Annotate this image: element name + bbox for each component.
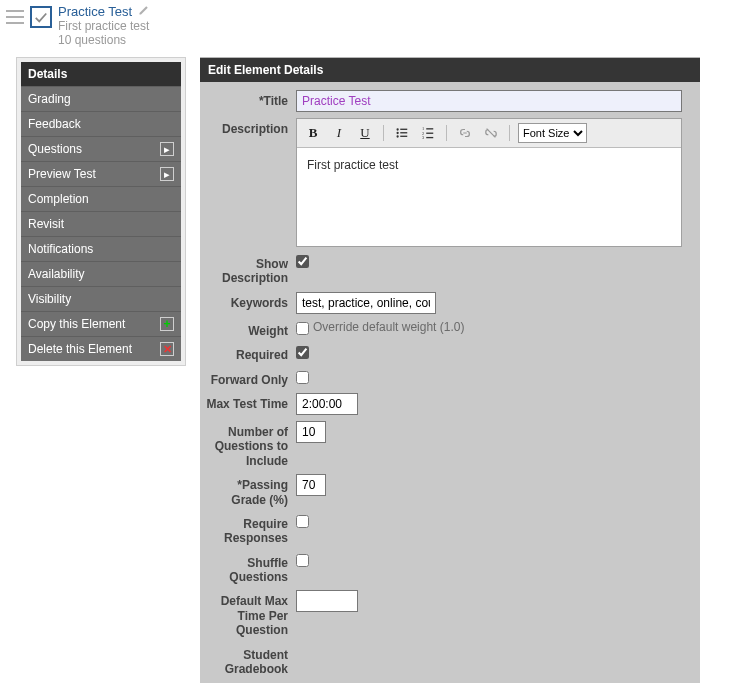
unordered-list-icon[interactable]	[392, 124, 412, 142]
sidebar-item-notifications[interactable]: Notifications	[21, 237, 181, 262]
svg-rect-1	[400, 129, 407, 130]
sidebar-item-delete-element[interactable]: Delete this Element ✕	[21, 337, 181, 361]
x-icon[interactable]: ✕	[160, 342, 174, 356]
svg-rect-11	[426, 137, 433, 138]
svg-point-0	[396, 128, 398, 130]
link-icon[interactable]	[455, 124, 475, 142]
svg-rect-9	[426, 133, 433, 134]
panel-header: Edit Element Details	[200, 58, 700, 82]
sidebar-item-grading[interactable]: Grading	[21, 87, 181, 112]
svg-point-4	[396, 135, 398, 137]
label-shuffle-questions: Shuffle Questions	[200, 552, 296, 585]
label-required: Required	[200, 344, 296, 362]
sidebar: Details Grading Feedback Questions ▸ Pre…	[16, 57, 186, 366]
expand-icon[interactable]: ▸	[160, 167, 174, 181]
question-count: 10 questions	[58, 33, 150, 47]
sidebar-item-label: Grading	[28, 92, 71, 106]
underline-icon[interactable]: U	[355, 124, 375, 142]
svg-point-2	[396, 132, 398, 134]
sidebar-item-label: Copy this Element	[28, 317, 125, 331]
show-description-checkbox[interactable]	[296, 255, 309, 268]
svg-text:3: 3	[422, 135, 425, 140]
menu-icon[interactable]	[6, 10, 24, 24]
richtext-editor: B I U 123	[296, 118, 682, 247]
sidebar-item-availability[interactable]: Availability	[21, 262, 181, 287]
top-header: Practice Test First practice test 10 que…	[0, 0, 742, 57]
sidebar-item-label: Delete this Element	[28, 342, 132, 356]
sidebar-item-completion[interactable]: Completion	[21, 187, 181, 212]
num-questions-input[interactable]	[296, 421, 326, 443]
svg-rect-5	[400, 136, 407, 137]
sidebar-item-revisit[interactable]: Revisit	[21, 212, 181, 237]
label-num-questions: Number of Questions to Include	[200, 421, 296, 468]
forward-only-checkbox[interactable]	[296, 371, 309, 384]
shuffle-questions-checkbox[interactable]	[296, 554, 309, 567]
sidebar-item-label: Details	[28, 67, 67, 81]
plus-icon[interactable]: +	[160, 317, 174, 331]
default-max-time-input[interactable]	[296, 590, 358, 612]
sidebar-item-label: Questions	[28, 142, 82, 156]
separator-icon	[383, 125, 384, 141]
label-weight: Weight	[200, 320, 296, 338]
svg-rect-3	[400, 132, 407, 133]
page-subtitle: First practice test	[58, 19, 150, 33]
sidebar-item-feedback[interactable]: Feedback	[21, 112, 181, 137]
sidebar-item-label: Completion	[28, 192, 89, 206]
keywords-input[interactable]	[296, 292, 436, 314]
sidebar-item-label: Feedback	[28, 117, 81, 131]
sidebar-item-questions[interactable]: Questions ▸	[21, 137, 181, 162]
font-size-select[interactable]: Font Size	[518, 123, 587, 143]
label-default-max-time: Default Max Time Per Question	[200, 590, 296, 637]
required-checkbox[interactable]	[296, 346, 309, 359]
italic-icon[interactable]: I	[329, 124, 349, 142]
details-panel: Edit Element Details *Title Description	[200, 57, 700, 683]
sidebar-item-copy-element[interactable]: Copy this Element +	[21, 312, 181, 337]
sidebar-item-label: Visibility	[28, 292, 71, 306]
edit-title-icon[interactable]	[138, 4, 150, 19]
label-student-gradebook: Student Gradebook	[200, 644, 296, 677]
max-test-time-input[interactable]	[296, 393, 358, 415]
require-responses-checkbox[interactable]	[296, 515, 309, 528]
sidebar-item-label: Availability	[28, 267, 84, 281]
label-max-test-time: Max Test Time	[200, 393, 296, 411]
passing-grade-input[interactable]	[296, 474, 326, 496]
separator-icon	[509, 125, 510, 141]
ordered-list-icon[interactable]: 123	[418, 124, 438, 142]
sidebar-item-label: Preview Test	[28, 167, 96, 181]
sidebar-item-preview-test[interactable]: Preview Test ▸	[21, 162, 181, 187]
richtext-toolbar: B I U 123	[297, 119, 681, 148]
weight-override-label: Override default weight (1.0)	[313, 320, 464, 334]
label-require-responses: Require Responses	[200, 513, 296, 546]
unlink-icon[interactable]	[481, 124, 501, 142]
title-input[interactable]	[296, 90, 682, 112]
sidebar-item-details[interactable]: Details	[21, 62, 181, 87]
page-title[interactable]: Practice Test	[58, 4, 132, 19]
sidebar-item-label: Revisit	[28, 217, 64, 231]
separator-icon	[446, 125, 447, 141]
label-show-description: Show Description	[200, 253, 296, 286]
sidebar-item-visibility[interactable]: Visibility	[21, 287, 181, 312]
label-forward-only: Forward Only	[200, 369, 296, 387]
sidebar-item-label: Notifications	[28, 242, 93, 256]
label-description: Description	[200, 118, 296, 136]
test-check-icon	[30, 6, 52, 28]
expand-icon[interactable]: ▸	[160, 142, 174, 156]
weight-override-checkbox[interactable]	[296, 322, 309, 335]
label-keywords: Keywords	[200, 292, 296, 310]
bold-icon[interactable]: B	[303, 124, 323, 142]
label-passing-grade: *Passing Grade (%)	[200, 474, 296, 507]
svg-rect-7	[426, 128, 433, 129]
label-title: *Title	[200, 90, 296, 108]
description-textarea[interactable]: First practice test	[297, 148, 681, 246]
